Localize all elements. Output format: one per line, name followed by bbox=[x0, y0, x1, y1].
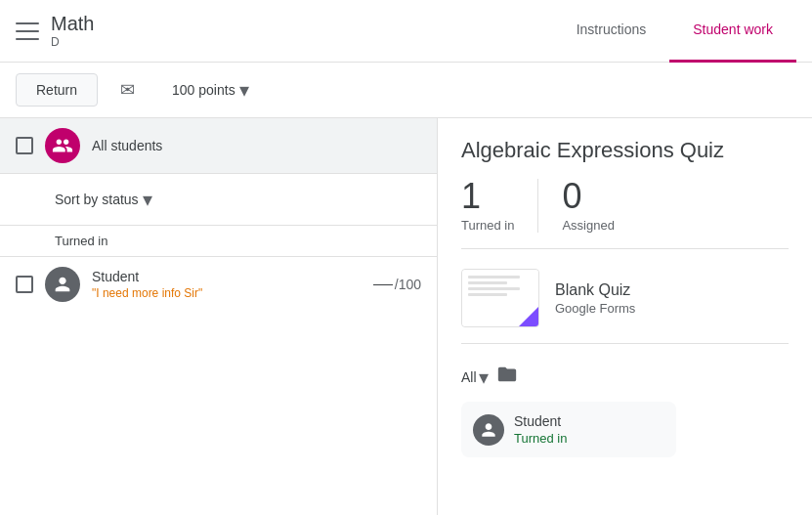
quiz-thumbnail bbox=[461, 269, 539, 327]
student-name: Student bbox=[92, 269, 362, 284]
sort-dropdown[interactable]: Sort by status ▾ bbox=[0, 174, 437, 225]
student-grade: /100 bbox=[373, 277, 421, 292]
tab-student-work[interactable]: Student work bbox=[669, 0, 796, 63]
grade-suffix: /100 bbox=[395, 277, 421, 292]
mail-icon: ✉ bbox=[120, 79, 135, 101]
header-title-group: Math D bbox=[51, 13, 94, 49]
section-turned-in-header: Turned in bbox=[0, 225, 437, 256]
quiz-corner-decoration bbox=[519, 307, 538, 326]
folder-icon[interactable] bbox=[496, 364, 518, 390]
student-checkbox[interactable] bbox=[16, 276, 33, 293]
quiz-source: Google Forms bbox=[555, 301, 635, 316]
all-students-row[interactable]: All students bbox=[0, 118, 437, 174]
quiz-info: Blank Quiz Google Forms bbox=[555, 281, 635, 316]
right-panel: Algebraic Expressions Quiz 1 Turned in 0… bbox=[438, 118, 812, 515]
quiz-card[interactable]: Blank Quiz Google Forms bbox=[461, 269, 789, 344]
points-dropdown[interactable]: 100 points ▾ bbox=[172, 78, 249, 102]
tab-instructions[interactable]: Instructions bbox=[553, 0, 670, 63]
sort-chevron-icon: ▾ bbox=[143, 188, 152, 211]
work-student-name: Student bbox=[514, 413, 567, 429]
chevron-down-icon: ▾ bbox=[239, 78, 249, 102]
all-students-label: All students bbox=[92, 138, 162, 153]
grade-line bbox=[373, 284, 393, 285]
student-info: Student "I need more info Sir" bbox=[92, 269, 362, 300]
stat-turned-in: 1 Turned in bbox=[461, 179, 538, 233]
main-content: All students Sort by status ▾ Turned in … bbox=[0, 118, 812, 515]
return-button[interactable]: Return bbox=[16, 73, 98, 107]
page-subtitle: D bbox=[51, 35, 94, 49]
filter-row: All ▾ bbox=[461, 364, 789, 390]
student-row[interactable]: Student "I need more info Sir" /100 bbox=[0, 256, 437, 312]
sort-label: Sort by status bbox=[55, 192, 139, 207]
quiz-name: Blank Quiz bbox=[555, 281, 635, 299]
filter-chevron-icon: ▾ bbox=[479, 365, 489, 389]
stat-turned-in-number: 1 bbox=[461, 179, 514, 214]
stat-assigned-label: Assigned bbox=[562, 218, 614, 233]
work-status: Turned in bbox=[514, 431, 567, 446]
filter-dropdown[interactable]: All ▾ bbox=[461, 365, 489, 389]
work-avatar bbox=[473, 414, 504, 446]
stat-turned-in-label: Turned in bbox=[461, 218, 514, 233]
all-students-checkbox[interactable] bbox=[16, 137, 33, 154]
menu-icon[interactable] bbox=[16, 20, 39, 43]
all-students-avatar bbox=[45, 128, 80, 163]
work-info: Student Turned in bbox=[514, 413, 567, 446]
toolbar: Return ✉ 100 points ▾ bbox=[0, 63, 812, 118]
header-left: Math D bbox=[16, 13, 94, 49]
left-panel: All students Sort by status ▾ Turned in … bbox=[0, 118, 438, 515]
filter-label: All bbox=[461, 369, 477, 385]
work-card[interactable]: Student Turned in bbox=[461, 402, 676, 457]
student-note: "I need more info Sir" bbox=[92, 286, 362, 300]
quiz-title: Algebraic Expressions Quiz bbox=[461, 138, 789, 163]
mail-button[interactable]: ✉ bbox=[109, 72, 145, 107]
points-label: 100 points bbox=[172, 82, 235, 98]
stat-assigned-number: 0 bbox=[562, 179, 614, 214]
header-nav: Instructions Student work bbox=[553, 0, 796, 63]
page-title: Math bbox=[51, 13, 94, 35]
stats-row: 1 Turned in 0 Assigned bbox=[461, 179, 789, 249]
stat-assigned: 0 Assigned bbox=[562, 179, 637, 233]
header: Math D Instructions Student work bbox=[0, 0, 812, 63]
student-avatar bbox=[45, 267, 80, 302]
